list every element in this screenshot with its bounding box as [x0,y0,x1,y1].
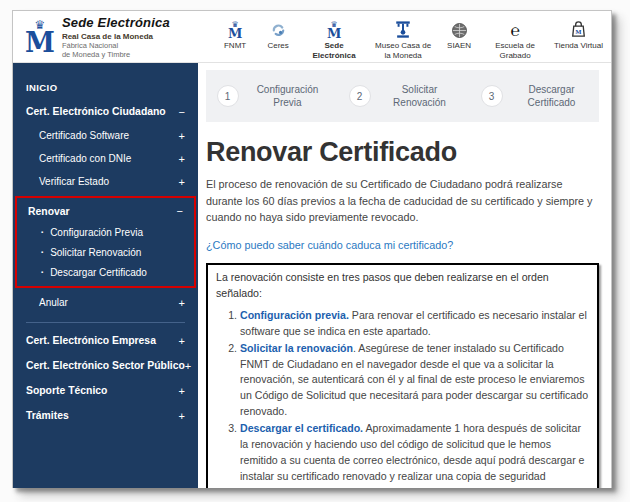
renovation-steps-list: Configuración previa. Para renovar el ce… [216,308,589,488]
sidebar-item-label: Cert. Electrónico Empresa [26,335,156,346]
coin-press-icon [394,20,412,39]
sidebar-item-label: INICIO [26,82,57,93]
nav-item-sede-electronica[interactable]: ♛M Sede Electrónica [304,20,364,60]
sidebar-item-label: Certificado con DNIe [39,153,131,164]
expand-icon[interactable]: + [185,360,191,372]
sidebar-item-certificado-software[interactable]: Certificado Software + [13,124,198,147]
list-item-solicitar-renovacion: Solicitar la renovación. Asegúrese de te… [240,341,589,420]
sidebar-item-label: Certificado Software [39,130,129,141]
nav-label: Sede Electrónica [304,41,364,60]
svg-text:M: M [575,29,581,35]
nav-label: SIAEN [447,41,471,51]
sidebar-item-cert-electronico-empresa[interactable]: Cert. Electrónico Empresa + [13,328,198,353]
page-title: Renovar Certificado [206,137,599,168]
sidebar-item-soporte-tecnico[interactable]: Soporte Técnico + [13,378,198,403]
org-name-line1: Real Casa de la Moneda [62,32,170,41]
step-3-descargar-certificado[interactable]: 3 Descargar Certificado [481,83,589,109]
expand-icon[interactable]: + [179,410,185,422]
progress-steps: 1 Configuración Previa 2 Solicitar Renov… [206,70,599,122]
renovar-highlight-box: Renovar − ▪ Configuración Previa ▪ Solic… [15,196,196,288]
solicitar-renovacion-link[interactable]: Solicitar la renovación [240,342,353,354]
intro-paragraph: El proceso de renovación de su Certifica… [206,176,599,226]
sidebar-item-label: Soporte Técnico [26,385,107,396]
nav-label: FNMT [224,41,246,51]
bullet-icon: ▪ [41,269,43,275]
engraving-e-icon: ℮ [510,20,520,39]
sidebar-item-label: Cert. Electrónico Sector Público [26,360,185,371]
sidebar-menu: INICIO Cert. Electrónico Ciudadano − Cer… [13,63,198,488]
bullet-icon: ▪ [41,249,43,255]
nav-label: Museo Casa de la Moneda [373,41,433,60]
sidebar-item-configuracion-previa[interactable]: ▪ Configuración Previa [17,222,194,242]
sidebar-item-label: Solicitar Renovación [50,247,141,258]
nav-label: Tienda Virtual [554,41,603,51]
site-header: ♛ M Sede Electrónica Real Casa de la Mon… [13,11,611,63]
sidebar-item-label: Anular [39,297,68,308]
step-label: Descargar Certificado [515,83,589,109]
expand-icon[interactable]: + [179,130,185,142]
step-2-solicitar-renovacion[interactable]: 2 Solicitar Renovación [349,83,457,109]
sidebar-item-solicitar-renovacion[interactable]: ▪ Solicitar Renovación [17,242,194,262]
configuracion-previa-link[interactable]: Configuración previa. [240,309,349,321]
descargar-certificado-link[interactable]: Descargar el certificado. [240,422,363,434]
sidebar-item-label: Cert. Electrónico Ciudadano [26,106,166,117]
globe-icon [451,20,468,39]
step-label: Solicitar Renovación [383,83,457,109]
list-item-descargar-certificado: Descargar el certificado. Aproximadament… [240,421,589,488]
browser-page: ♛ M Sede Electrónica Real Casa de la Mon… [12,10,612,488]
nav-label: Escuela de Grabado [485,41,545,60]
crown-m-icon: ♛M [327,20,341,39]
site-title: Sede Electrónica [62,15,170,30]
sidebar-item-descargar-certificado[interactable]: ▪ Descargar Certificado [17,262,194,282]
nav-item-tienda-virtual[interactable]: M Tienda Virtual [554,20,603,51]
shopping-bag-icon: M [570,20,587,39]
nav-item-ceres[interactable]: Ceres [261,20,295,51]
sidebar-item-label: Verificar Estado [39,176,109,187]
nav-item-escuela-grabado[interactable]: ℮ Escuela de Grabado [485,20,545,60]
sidebar-item-anular[interactable]: Anular + [13,291,198,314]
brand-text: Sede Electrónica Real Casa de la Moneda … [62,15,170,59]
sidebar-item-tramites[interactable]: Trámites + [13,403,198,428]
sidebar-item-cert-electronico-ciudadano[interactable]: Cert. Electrónico Ciudadano − [13,99,198,124]
sidebar-item-verificar-estado[interactable]: Verificar Estado + [13,170,198,193]
page-body: INICIO Cert. Electrónico Ciudadano − Cer… [13,63,611,488]
list-item-text-end: ). [329,486,335,488]
step-label: Configuración Previa [251,83,325,109]
sidebar-item-label: Configuración Previa [50,227,143,238]
logo-letter: M [25,31,55,54]
main-content: 1 Configuración Previa 2 Solicitar Renov… [198,63,611,488]
sidebar-item-label: Descargar Certificado [50,267,147,278]
sidebar-item-cert-electronico-sector-publico[interactable]: Cert. Electrónico Sector Público + [13,353,198,378]
sidebar-item-renovar[interactable]: Renovar − [17,200,194,222]
sidebar-item-certificado-con-dnie[interactable]: Certificado con DNIe + [13,147,198,170]
ceres-swirl-icon [270,20,287,39]
bullet-icon: ▪ [41,229,43,235]
expand-icon[interactable]: + [179,385,185,397]
nav-item-fnmt[interactable]: ♛M FNMT [218,20,252,51]
step-number-badge: 3 [481,85,503,107]
crown-m-icon: ♛M [228,20,242,39]
expand-icon[interactable]: + [179,297,185,309]
sidebar-item-label: Renovar [28,206,70,217]
caducidad-question-link[interactable]: ¿Cómo puedo saber cuándo caduca mi certi… [206,239,453,251]
step-1-configuracion-previa[interactable]: 1 Configuración Previa [217,83,325,109]
top-navigation: ♛M FNMT Ceres ♛M Sede Electrónic [218,13,603,60]
nav-label: Ceres [267,41,288,51]
step-number-badge: 1 [217,85,239,107]
collapse-icon[interactable]: − [177,205,183,217]
expand-icon[interactable]: + [179,176,185,188]
nav-item-museo[interactable]: Museo Casa de la Moneda [373,20,433,60]
org-name-line2: Fábrica Nacional [62,41,170,50]
expand-icon[interactable]: + [179,335,185,347]
nav-item-siaen[interactable]: SIAEN [442,20,476,51]
sidebar-divider [26,322,185,323]
fnmt-logo[interactable]: ♛ M Sede Electrónica Real Casa de la Mon… [25,15,170,59]
collapse-icon[interactable]: − [179,106,185,118]
crown-m-logo-icon: ♛ M [25,20,55,54]
org-name-line3: de Moneda y Timbre [62,50,170,59]
list-item-configuracion-previa: Configuración previa. Para renovar el ce… [240,308,589,340]
expand-icon[interactable]: + [179,153,185,165]
box-intro-text: La renovación consiste en tres pasos que… [216,270,589,301]
recomendado-emphasis: RECOMENDADO [244,486,329,488]
sidebar-item-inicio[interactable]: INICIO [13,75,198,99]
